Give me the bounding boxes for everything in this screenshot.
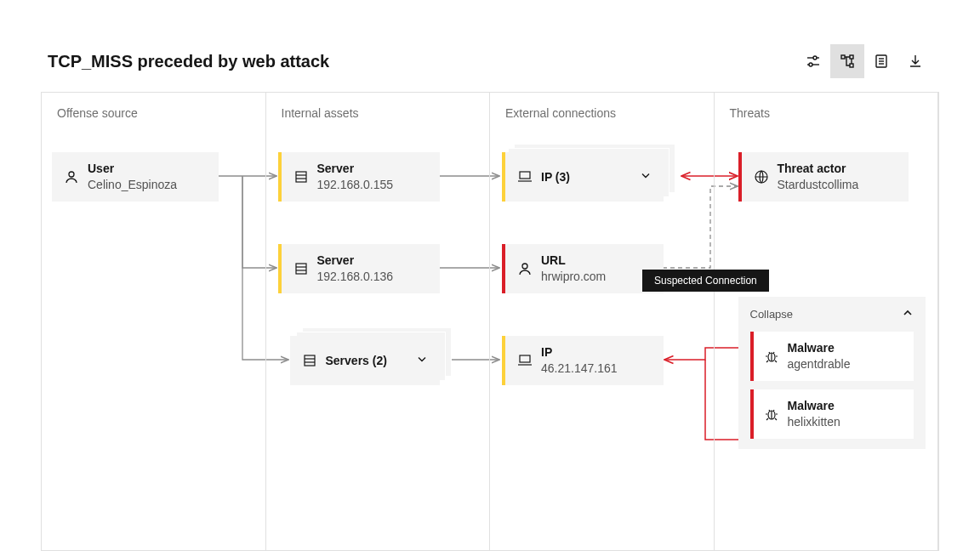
suspected-connection-tooltip: Suspected Connection xyxy=(642,270,769,292)
server2-type: Server xyxy=(317,253,394,269)
threat-actor-node[interactable]: Threat actor Stardustcollima xyxy=(738,152,909,202)
svg-point-11 xyxy=(69,172,74,177)
user-node[interactable]: User Celino_Espinoza xyxy=(52,152,219,202)
download-icon[interactable] xyxy=(898,44,932,78)
servers-group-node[interactable]: Servers (2) xyxy=(290,336,440,385)
ip-value: 46.21.147.161 xyxy=(541,361,618,377)
ip-type: IP xyxy=(541,344,618,361)
server1-value: 192.168.0.155 xyxy=(317,177,394,193)
user-icon xyxy=(64,169,79,185)
page-title: TCP_MISS preceded by web attack xyxy=(48,52,329,71)
server1-node[interactable]: Server 192.168.0.155 xyxy=(278,152,440,202)
bug-icon xyxy=(764,349,779,364)
malware-collapse-panel: Collapse Malware agentdrable xyxy=(738,297,926,449)
ip-node[interactable]: IP 46.21.147.161 xyxy=(502,336,664,385)
diagram-grid: Offense source User Celino_Espinoza Inte… xyxy=(41,92,939,551)
svg-rect-18 xyxy=(305,355,315,366)
col-header-offense-source: Offense source xyxy=(42,93,265,130)
ip-group-type: IP (3) xyxy=(541,169,570,185)
user-value: Celino_Espinoza xyxy=(88,177,177,193)
malware2-value: helixkitten xyxy=(788,414,840,430)
threat-actor-type: Threat actor xyxy=(778,161,859,177)
servers-group-type: Servers (2) xyxy=(326,353,387,369)
user-icon xyxy=(517,261,533,276)
svg-rect-23 xyxy=(520,355,530,362)
svg-point-1 xyxy=(813,56,817,60)
chevron-up-icon xyxy=(902,307,914,321)
ip-group-node[interactable]: IP (3) xyxy=(502,152,664,202)
server2-node[interactable]: Server 192.168.0.136 xyxy=(278,244,440,293)
malware1-node[interactable]: Malware agentdrable xyxy=(750,332,914,381)
svg-rect-4 xyxy=(841,55,845,59)
collapse-toggle[interactable]: Collapse xyxy=(750,307,914,321)
malware2-type: Malware xyxy=(788,398,840,414)
svg-point-22 xyxy=(522,264,527,269)
server-icon xyxy=(293,261,309,276)
svg-rect-12 xyxy=(296,172,306,182)
svg-rect-6 xyxy=(850,64,853,67)
svg-rect-15 xyxy=(296,264,306,274)
threat-actor-value: Stardustcollima xyxy=(778,177,859,193)
col-header-threats: Threats xyxy=(715,93,938,130)
collapse-label: Collapse xyxy=(750,308,794,321)
settings-sliders-icon[interactable] xyxy=(796,44,830,78)
svg-rect-5 xyxy=(850,55,853,59)
laptop-icon xyxy=(517,169,533,185)
tree-view-icon[interactable] xyxy=(830,44,864,78)
list-view-icon[interactable] xyxy=(864,44,898,78)
col-header-internal-assets: Internal assets xyxy=(266,93,490,130)
malware1-value: agentdrable xyxy=(788,356,851,372)
svg-point-3 xyxy=(809,63,812,66)
server2-value: 192.168.0.136 xyxy=(317,269,394,285)
server-icon xyxy=(293,169,309,185)
malware2-node[interactable]: Malware helixkitten xyxy=(750,389,914,439)
col-header-external-connections: External connections xyxy=(490,93,714,130)
user-type: User xyxy=(88,161,177,177)
globe-icon xyxy=(754,169,769,185)
chevron-down-icon[interactable] xyxy=(640,170,652,185)
url-type: URL xyxy=(541,253,606,269)
server1-type: Server xyxy=(317,161,394,177)
malware1-type: Malware xyxy=(788,340,851,356)
laptop-icon xyxy=(517,353,533,368)
url-node[interactable]: URL hrwipro.com xyxy=(502,244,664,293)
bug-icon xyxy=(764,406,779,422)
toolbar xyxy=(796,44,932,78)
url-value: hrwipro.com xyxy=(541,269,606,285)
svg-rect-21 xyxy=(520,172,530,179)
server-icon xyxy=(302,353,317,368)
chevron-down-icon[interactable] xyxy=(416,354,428,368)
